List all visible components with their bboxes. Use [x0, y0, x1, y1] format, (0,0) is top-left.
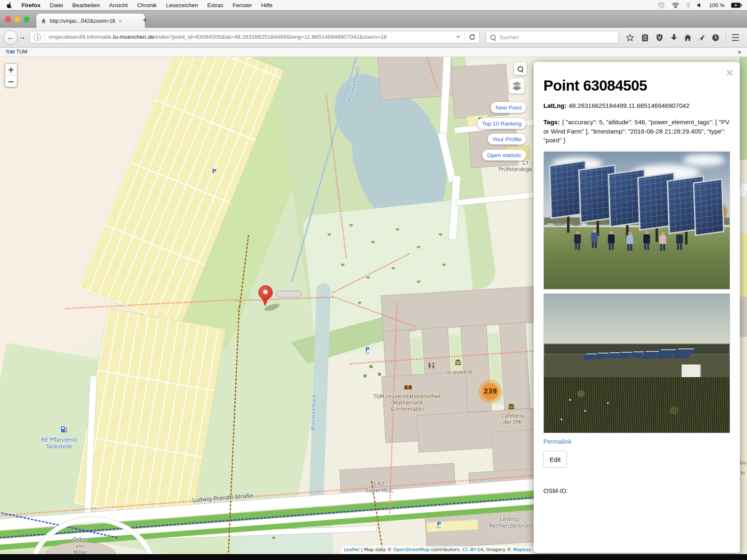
map-tree [369, 365, 373, 368]
osm-link[interactable]: OpenStreetMap [393, 547, 430, 552]
map-tree [378, 372, 381, 376]
clipboard-icon [642, 34, 648, 42]
bike-parking-icon: Poo [365, 346, 370, 355]
firefox-tab-bar: http://vmjac...042&zoom=18 × + [0, 10, 747, 28]
menu-button[interactable] [729, 32, 741, 43]
bookmarks-overflow-chevron[interactable]: » [738, 48, 747, 55]
bookmark-tum[interactable]: TUM TUM [0, 49, 27, 55]
forward-button[interactable]: → [19, 33, 26, 41]
site-info-icon[interactable] [34, 34, 41, 41]
wifi-icon[interactable] [672, 2, 680, 8]
menu-item-datei[interactable]: Datei [50, 2, 63, 8]
layers-button[interactable] [509, 78, 524, 94]
menu-item-chronik[interactable]: Chronik [137, 2, 157, 8]
url-dropdown-icon[interactable] [456, 36, 460, 38]
fuel-station-label: RE PflanzenölTankstelle [34, 437, 84, 450]
star-icon [626, 34, 634, 42]
photo-field-band [544, 355, 730, 377]
edit-button[interactable]: Edit [543, 451, 567, 468]
zoom-in-button[interactable]: + [5, 64, 17, 75]
battery-icon[interactable] [731, 3, 742, 8]
panel-title: Point 63084505 [543, 62, 730, 94]
back-button[interactable]: ← [3, 30, 18, 45]
shield-button[interactable] [653, 32, 665, 43]
volume-icon[interactable] [697, 3, 703, 8]
cafeteria-label: Cafeteriader FMI [497, 413, 528, 426]
mapbox-link[interactable]: Mapbox [513, 547, 531, 552]
map-search-button[interactable] [514, 62, 527, 75]
zoom-control: + − [5, 63, 17, 87]
panel-close-icon[interactable]: × [726, 66, 733, 80]
open-statistic-button[interactable]: Open statistic [482, 150, 526, 161]
tags-value: { "accuracy": 5, "altitude": 546, "power… [543, 118, 729, 144]
permalink-link[interactable]: Permalink [543, 438, 572, 445]
menu-item-hilfe[interactable]: Hilfe [261, 2, 273, 8]
menu-item-lesezeichen[interactable]: Lesezeichen [166, 2, 198, 8]
window-close-button[interactable] [5, 16, 11, 22]
timemachine-icon[interactable] [658, 2, 665, 9]
photo-solar-panels-group[interactable] [543, 151, 730, 289]
search-input[interactable] [499, 34, 606, 41]
menu-item-firefox[interactable]: Firefox [21, 2, 40, 8]
menu-item-fenster[interactable]: Fenster [233, 2, 252, 8]
url-text[interactable]: vmjacobsen39.informatik.tu-muenchen.de/i… [44, 33, 452, 41]
top10-ranking-button[interactable]: Top 10 Ranking [477, 118, 526, 129]
person-figure [643, 231, 650, 250]
url-bar[interactable]: vmjacobsen39.informatik.tu-muenchen.de/i… [30, 31, 480, 43]
new-point-button[interactable]: New Point [491, 102, 526, 113]
cluster-marker[interactable]: 239 [478, 380, 502, 403]
map-bridge [276, 291, 301, 297]
person-figure [676, 231, 683, 250]
photo-field-dusk[interactable] [543, 293, 730, 433]
menu-item-ansicht[interactable]: Ansicht [109, 2, 128, 8]
photo-foreground-grass [544, 377, 730, 433]
map-grass-area [739, 56, 747, 160]
tab-close-icon[interactable]: × [118, 18, 122, 24]
zoom-out-button[interactable]: − [5, 75, 17, 87]
parking-icon: P [212, 168, 216, 175]
downloads-button[interactable] [668, 32, 680, 43]
bluetooth-icon[interactable] [686, 2, 691, 8]
search-bar[interactable] [486, 31, 619, 43]
person-figure [659, 232, 666, 251]
forward-arrow-icon: → [19, 33, 26, 41]
tab-title: http://vmjac...042&zoom=18 [50, 18, 115, 24]
tags-line: Tags:{ "accuracy": 5, "altitude": 546, "… [543, 118, 730, 145]
home-button[interactable] [682, 32, 693, 43]
url-path: /index?point_id=63084505&lat=48.26316625… [154, 34, 387, 40]
window-zoom-button[interactable] [24, 16, 30, 22]
point-detail-panel: × Point 63084505 LatLng:48.2631662518448… [534, 62, 740, 553]
url-subdomain: vmjacobsen39.informatik. [48, 34, 113, 40]
tum-logo-icon: TUM [5, 49, 14, 54]
menu-icon [732, 34, 739, 35]
menu-item-bearbeiten[interactable]: Bearbeiten [73, 2, 100, 8]
map-marker-icon[interactable] [258, 285, 273, 312]
history-icon [712, 34, 720, 42]
person-figure [608, 231, 615, 250]
back-arrow-icon: ← [7, 33, 14, 42]
reading-list-button[interactable] [639, 32, 651, 43]
browser-tab[interactable]: http://vmjac...042&zoom=18 × [36, 13, 145, 28]
map-tree [363, 374, 367, 378]
reload-button[interactable] [465, 34, 479, 40]
window-minimize-button[interactable] [14, 16, 20, 22]
latlng-value: 48.26316625184489,11.665146946907042 [569, 102, 690, 109]
shield-icon [656, 34, 663, 42]
new-tab-button[interactable]: + [142, 16, 148, 24]
apple-menu[interactable] [7, 2, 12, 8]
map-edge-sliver: Go In [739, 56, 747, 554]
map-building [739, 297, 747, 337]
share-button[interactable] [696, 32, 707, 43]
history-sync-button[interactable] [709, 32, 721, 43]
menu-item-extras[interactable]: Extras [207, 2, 223, 8]
your-profile-button[interactable]: Your Profile [488, 134, 526, 145]
tags-label: Tags: [543, 118, 560, 126]
license-link[interactable]: CC-BY-SA [462, 547, 483, 552]
photo-flower [607, 402, 609, 404]
cafeteria-burger-icon [508, 403, 515, 411]
download-icon [670, 34, 677, 41]
leaflet-link[interactable]: Leaflet [344, 547, 359, 552]
bookmark-star-button[interactable] [624, 32, 636, 43]
photo-flower [584, 410, 586, 412]
tab-favicon-pylon-icon [40, 18, 47, 24]
